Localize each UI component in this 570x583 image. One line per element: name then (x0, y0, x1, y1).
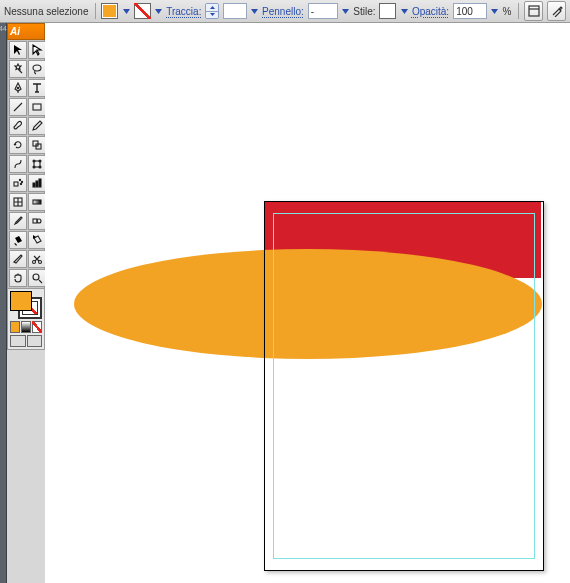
stroke-label[interactable]: Traccia: (166, 6, 201, 17)
preferences-button[interactable] (547, 1, 566, 21)
blend-tool[interactable] (28, 212, 46, 230)
screen-mode-full[interactable] (27, 335, 43, 347)
svg-point-7 (33, 160, 35, 162)
color-chooser (7, 289, 45, 350)
stroke-swatch[interactable] (134, 3, 151, 19)
brush-dropdown[interactable] (342, 4, 349, 18)
svg-rect-0 (529, 6, 539, 16)
control-bar: Nessuna selezione Traccia: Pennello: - S… (0, 0, 570, 23)
scissors-tool[interactable] (28, 250, 46, 268)
brush-label[interactable]: Pennello: (262, 6, 304, 17)
live-paint-tool[interactable] (9, 231, 27, 249)
svg-point-2 (17, 87, 19, 89)
svg-point-21 (37, 219, 41, 223)
tools-panel-header[interactable]: Ai (7, 23, 45, 40)
svg-point-1 (33, 65, 41, 71)
mesh-tool[interactable] (9, 193, 27, 211)
opacity-dropdown[interactable] (491, 4, 498, 18)
opacity-label[interactable]: Opacità: (412, 6, 449, 17)
lasso-tool[interactable] (28, 60, 46, 78)
slice-tool[interactable] (9, 250, 27, 268)
svg-point-13 (21, 181, 22, 182)
separator (518, 3, 519, 19)
column-graph-tool[interactable] (28, 174, 46, 192)
free-transform-tool[interactable] (28, 155, 46, 173)
brush-value[interactable]: - (308, 3, 338, 19)
brush-text: - (311, 6, 314, 17)
live-paint-selection-tool[interactable] (28, 231, 46, 249)
style-label: Stile: (353, 6, 375, 17)
color-mode-gradient[interactable] (21, 321, 31, 333)
stroke-weight-dropdown[interactable] (251, 4, 258, 18)
svg-point-12 (19, 179, 20, 180)
fill-indicator[interactable] (10, 291, 32, 311)
artboard[interactable] (264, 201, 544, 571)
warp-tool[interactable] (9, 155, 27, 173)
separator (95, 3, 96, 19)
color-mode-none[interactable] (32, 321, 42, 333)
scale-tool[interactable] (28, 136, 46, 154)
direct-selection-tool[interactable] (28, 41, 46, 59)
panel-dock-gutter: 44 (0, 23, 7, 583)
style-dropdown[interactable] (400, 4, 407, 18)
gutter-marker: 44 (0, 25, 7, 32)
tools-panel-title: Ai (10, 26, 20, 37)
line-tool[interactable] (9, 98, 27, 116)
svg-rect-15 (33, 183, 35, 187)
hand-tool[interactable] (9, 269, 27, 287)
opacity-value[interactable]: 100 (453, 3, 487, 19)
document-setup-button[interactable] (524, 1, 543, 21)
paintbrush-tool[interactable] (9, 117, 27, 135)
symbol-sprayer-tool[interactable] (9, 174, 27, 192)
svg-point-8 (39, 160, 41, 162)
tool-grid (7, 40, 45, 289)
selection-tool[interactable] (9, 41, 27, 59)
opacity-unit: % (503, 6, 512, 17)
zoom-tool[interactable] (28, 269, 46, 287)
stroke-weight-value[interactable] (223, 3, 247, 19)
selection-status-label: Nessuna selezione (4, 6, 89, 17)
document-canvas[interactable] (45, 23, 570, 583)
svg-rect-11 (14, 182, 18, 186)
stroke-dropdown[interactable] (155, 4, 162, 18)
fill-swatch[interactable] (101, 3, 118, 19)
opacity-text: 100 (456, 6, 473, 17)
pencil-tool[interactable] (28, 117, 46, 135)
magic-wand-tool[interactable] (9, 60, 27, 78)
svg-rect-20 (33, 219, 37, 223)
fill-stroke-indicator[interactable] (10, 291, 42, 319)
svg-point-24 (33, 274, 39, 280)
svg-point-14 (20, 183, 21, 184)
screen-mode-normal[interactable] (10, 335, 26, 347)
eyedropper-tool[interactable] (9, 212, 27, 230)
svg-point-10 (39, 166, 41, 168)
gradient-tool[interactable] (28, 193, 46, 211)
type-tool[interactable] (28, 79, 46, 97)
rectangle-tool[interactable] (28, 98, 46, 116)
svg-rect-16 (36, 181, 38, 187)
pen-tool[interactable] (9, 79, 27, 97)
svg-rect-19 (33, 200, 41, 204)
color-mode-solid[interactable] (10, 321, 20, 333)
fill-dropdown[interactable] (122, 4, 129, 18)
tools-panel: Ai (7, 23, 45, 583)
svg-rect-3 (33, 104, 41, 110)
style-swatch[interactable] (379, 3, 396, 19)
stroke-weight-stepper[interactable] (205, 3, 218, 19)
svg-point-9 (33, 166, 35, 168)
svg-rect-17 (39, 179, 41, 187)
rotate-tool[interactable] (9, 136, 27, 154)
